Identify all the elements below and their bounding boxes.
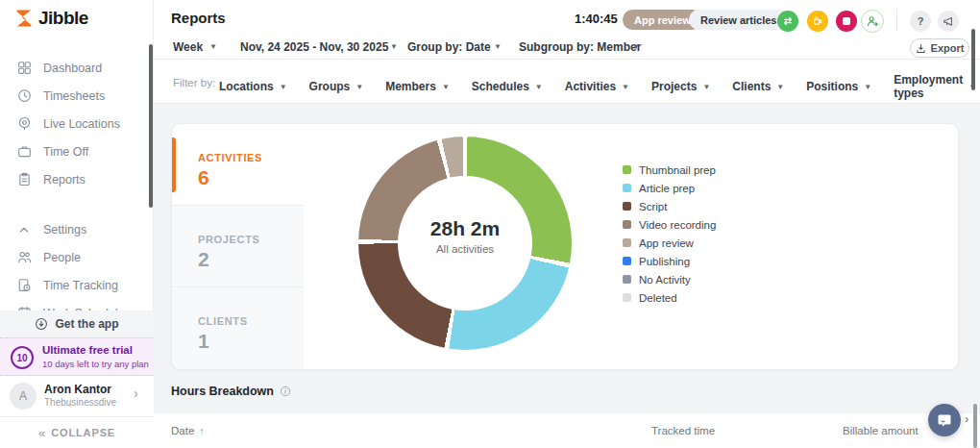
filter-groups[interactable]: Groups▼ xyxy=(309,73,364,100)
sidebar-section-label: Settings xyxy=(43,223,86,236)
filter-positions[interactable]: Positions▼ xyxy=(806,73,871,100)
user-menu[interactable]: A Aron Kantor Thebusinessdive › xyxy=(0,376,154,416)
jibble-logo[interactable]: Jibble xyxy=(13,8,88,29)
switch-activity-button[interactable] xyxy=(777,11,798,32)
filter-activities[interactable]: Activities▼ xyxy=(565,73,629,100)
chevron-down-icon[interactable]: ▼ xyxy=(494,42,502,51)
legend-item-article-prep[interactable]: Article prep xyxy=(623,179,716,197)
column-header-date[interactable]: Date↑ xyxy=(171,425,205,436)
group-by-select[interactable]: Group by: Date xyxy=(407,40,491,54)
legend-item-publishing[interactable]: Publishing xyxy=(623,252,716,270)
filter-employment-types[interactable]: Employment types▼ xyxy=(894,73,976,100)
date-range-select[interactable]: Nov, 24 2025 - Nov, 30 2025 xyxy=(240,40,388,54)
collapse-sidebar-button[interactable]: « COLLAPSE xyxy=(0,416,154,448)
sidebar-item-live-locations[interactable]: Live Locations xyxy=(0,110,154,137)
stop-icon xyxy=(843,17,850,25)
tab-count: 1 xyxy=(198,330,209,353)
chevron-down-icon[interactable]: ▼ xyxy=(209,42,217,51)
column-label: Billable amount xyxy=(843,425,919,436)
legend-item-thumbnail-prep[interactable]: Thumbnail prep xyxy=(623,161,716,179)
legend-item-no-activity[interactable]: No Activity xyxy=(623,270,716,288)
sidebar-item-time-tracking[interactable]: Time Tracking xyxy=(0,271,154,299)
filter-label: Activities xyxy=(565,80,616,93)
tab-projects[interactable]: PROJECTS2 xyxy=(172,206,304,287)
chevron-down-icon[interactable]: ▼ xyxy=(632,42,640,51)
chevron-down-icon: ▼ xyxy=(622,83,629,91)
legend-item-deleted[interactable]: Deleted xyxy=(623,288,716,307)
trial-title: Ultimate free trial xyxy=(42,344,133,356)
legend-swatch xyxy=(623,257,631,265)
top-header: Reports 1:40:45 App review Review articl… xyxy=(154,0,980,37)
sidebar-scrollbar[interactable] xyxy=(149,44,153,208)
period-select[interactable]: Week xyxy=(173,40,203,54)
sidebar-section-settings[interactable]: Settings xyxy=(0,215,154,243)
page-scrollbar-thumb[interactable] xyxy=(971,29,975,90)
column-header-billable-amount[interactable]: Billable amount xyxy=(843,425,919,436)
filter-bar: Filter by: Locations▼Groups▼Members▼Sche… xyxy=(154,61,980,104)
coffee-icon xyxy=(812,15,823,27)
question-icon: ? xyxy=(918,15,924,27)
brand-name: Jibble xyxy=(38,8,88,29)
kiosk-button[interactable] xyxy=(861,10,884,33)
sidebar-item-time-off[interactable]: Time Off xyxy=(0,137,154,165)
table-scrollbar-thumb[interactable] xyxy=(973,404,977,448)
legend-label: Video recording xyxy=(639,219,716,231)
export-button[interactable]: Export xyxy=(910,38,969,58)
legend-item-video-recording[interactable]: Video recording xyxy=(623,215,716,234)
legend-label: App review xyxy=(639,237,694,249)
collapse-chevrons-icon: « xyxy=(38,426,45,440)
tab-label: ACTIVITIES xyxy=(198,152,262,163)
tab-clients[interactable]: CLIENTS1 xyxy=(172,287,304,369)
chevron-down-icon[interactable]: ▼ xyxy=(390,42,398,51)
legend-item-script[interactable]: Script xyxy=(623,197,716,215)
scroll-right-chevron[interactable]: › xyxy=(965,411,968,426)
dashboard-icon xyxy=(16,61,32,76)
donut-total-label: 28h 2m xyxy=(388,217,542,240)
info-icon[interactable] xyxy=(280,386,291,397)
filter-projects[interactable]: Projects▼ xyxy=(651,73,710,100)
clipboard-icon xyxy=(16,172,32,187)
announcements-button[interactable] xyxy=(938,11,959,32)
break-button[interactable] xyxy=(807,11,828,32)
people-icon xyxy=(16,250,32,265)
filter-schedules[interactable]: Schedules▼ xyxy=(472,73,543,100)
filter-clients[interactable]: Clients▼ xyxy=(732,73,784,100)
legend-label: Thumbnail prep xyxy=(639,164,716,176)
current-project-badge[interactable]: Review articles xyxy=(689,10,789,30)
sidebar-item-timesheets[interactable]: Timesheets xyxy=(0,82,154,110)
person-arrow-icon xyxy=(866,14,879,28)
help-button[interactable]: ? xyxy=(910,11,931,32)
legend-item-app-review[interactable]: App review xyxy=(623,234,716,252)
chevron-down-icon: ▼ xyxy=(280,83,287,91)
sidebar-item-reports[interactable]: Reports xyxy=(0,165,154,193)
page-title: Reports xyxy=(171,10,226,26)
donut-subtitle: All activities xyxy=(388,243,542,255)
trial-banner[interactable]: 10 Ultimate free trial 10 days left to t… xyxy=(0,337,154,376)
sidebar-item-dashboard[interactable]: Dashboard xyxy=(0,54,154,82)
sidebar-item-people[interactable]: People xyxy=(0,243,154,271)
chevron-down-icon: ▼ xyxy=(535,83,543,91)
tab-label: PROJECTS xyxy=(198,234,260,245)
filter-by-label: Filter by: xyxy=(173,77,215,88)
chevron-down-icon: ▼ xyxy=(355,83,363,91)
sidebar-item-label: People xyxy=(43,251,81,264)
chat-bubble-icon xyxy=(937,412,952,428)
subgroup-by-select[interactable]: Subgroup by: Member xyxy=(519,40,641,54)
filter-locations[interactable]: Locations▼ xyxy=(219,73,287,100)
legend-label: Deleted xyxy=(639,292,677,304)
report-controls: Week ▼ Nov, 24 2025 - Nov, 30 2025 ▼ Gro… xyxy=(154,37,980,60)
filter-label: Projects xyxy=(651,80,697,93)
clock-icon xyxy=(16,88,32,104)
tab-activities[interactable]: ACTIVITIES6 xyxy=(172,124,304,206)
legend-swatch xyxy=(623,293,631,302)
clock-out-button[interactable] xyxy=(836,11,857,32)
chat-launcher[interactable] xyxy=(928,404,961,436)
legend-swatch xyxy=(623,238,631,247)
filter-label: Schedules xyxy=(472,80,529,93)
get-the-app-button[interactable]: Get the app xyxy=(0,311,154,337)
legend-swatch xyxy=(623,220,631,229)
column-header-tracked-time[interactable]: Tracked time xyxy=(651,425,715,436)
sidebar-item-label: Live Locations xyxy=(43,117,120,131)
filter-members[interactable]: Members▼ xyxy=(385,73,450,100)
legend-swatch xyxy=(623,275,631,284)
